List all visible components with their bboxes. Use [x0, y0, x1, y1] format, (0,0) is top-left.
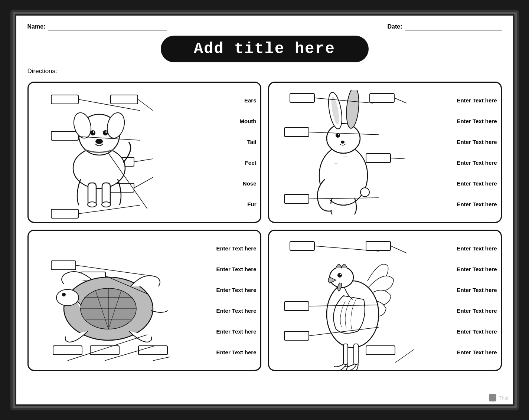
rabbit-label-r3: Enter Text here [457, 139, 497, 145]
turtle-label-r3: Enter Text here [216, 287, 256, 293]
rooster-image [299, 236, 395, 370]
name-label: Name: [27, 23, 46, 30]
turtle-quadrant: Enter Text here Enter Text here Enter Te… [27, 230, 261, 371]
svg-point-5 [103, 130, 108, 135]
dog-label-feet: Feet [245, 160, 257, 166]
svg-rect-53 [343, 344, 348, 364]
turtle-label-r5: Enter Text here [216, 328, 256, 335]
svg-rect-54 [354, 344, 358, 364]
rooster-label-r5: Enter Text here [457, 328, 497, 335]
name-line [48, 23, 167, 30]
svg-point-26 [338, 134, 339, 135]
turtle-label-r1: Enter Text here [216, 245, 256, 252]
svg-point-28 [360, 188, 369, 197]
chat-icon [489, 394, 496, 401]
dog-image [51, 94, 147, 213]
rooster-label-r6: Enter Text here [457, 349, 497, 355]
svg-point-52 [340, 274, 341, 275]
rabbit-label-r1: Enter Text here [457, 97, 497, 104]
rooster-label-r1: Enter Text here [457, 245, 497, 252]
svg-point-8 [95, 139, 103, 144]
date-line [405, 23, 502, 30]
rabbit-label-r4: Enter Text here [457, 160, 497, 166]
outer-border: Name: Date: Add title here Directions: [10, 10, 519, 410]
svg-point-43 [62, 293, 66, 296]
svg-line-59 [395, 350, 414, 362]
turtle-label-r4: Enter Text here [216, 308, 256, 314]
app-name: That [499, 395, 508, 401]
svg-point-12 [102, 202, 111, 207]
dog-right-labels: Ears Mouth Tail Feet Nose Fur [240, 83, 257, 222]
svg-point-6 [93, 131, 94, 133]
dog-quadrant: Ears Mouth Tail Feet Nose Fur [27, 82, 261, 223]
dog-label-tail: Tail [247, 139, 257, 145]
svg-point-42 [56, 289, 79, 306]
svg-point-7 [105, 131, 107, 133]
rabbit-right-labels: Enter Text here Enter Text here Enter Te… [457, 83, 497, 222]
header-row: Name: Date: [27, 23, 502, 30]
svg-point-4 [90, 130, 95, 135]
directions-label: Directions: [27, 68, 57, 75]
inner-border: Name: Date: Add title here Directions: [15, 14, 515, 406]
svg-line-48 [153, 357, 170, 361]
rabbit-label-r2: Enter Text here [457, 118, 497, 124]
rabbit-image [299, 90, 388, 216]
svg-point-25 [336, 133, 340, 138]
dog-label-fur: Fur [247, 201, 256, 207]
rabbit-label-r6: Enter Text here [457, 201, 497, 207]
rooster-label-r2: Enter Text here [457, 266, 497, 272]
date-label: Date: [387, 23, 402, 30]
quadrants-grid: Ears Mouth Tail Feet Nose Fur [27, 82, 502, 371]
turtle-image [47, 253, 173, 357]
svg-point-27 [341, 141, 344, 144]
dog-label-mouth: Mouth [240, 118, 257, 124]
dog-label-ears: Ears [244, 97, 257, 104]
name-field: Name: [27, 23, 167, 30]
rooster-quadrant: Enter Text here Enter Text here Enter Te… [268, 230, 502, 371]
svg-point-23 [345, 90, 360, 129]
rooster-right-labels: Enter Text here Enter Text here Enter Te… [457, 231, 497, 370]
rooster-label-r3: Enter Text here [457, 287, 497, 293]
title-pill: Add title here [161, 36, 369, 62]
page-title[interactable]: Add title here [194, 40, 335, 58]
title-box: Add title here [27, 36, 502, 62]
svg-line-30 [395, 98, 406, 103]
turtle-right-labels: Enter Text here Enter Text here Enter Te… [216, 231, 256, 370]
rabbit-quadrant: Enter Text here Enter Text here Enter Te… [268, 82, 502, 223]
turtle-label-r6: Enter Text here [216, 349, 256, 355]
svg-line-32 [391, 158, 405, 159]
date-field: Date: [387, 23, 502, 30]
svg-point-21 [327, 124, 360, 153]
dog-label-nose: Nose [243, 180, 257, 187]
directions-row: Directions: [27, 68, 502, 75]
rabbit-label-r5: Enter Text here [457, 180, 497, 187]
turtle-label-r2: Enter Text here [216, 266, 256, 272]
rooster-label-r4: Enter Text here [457, 308, 497, 314]
bottom-bar: That [489, 394, 508, 401]
svg-point-11 [88, 202, 97, 207]
svg-point-51 [337, 273, 342, 278]
